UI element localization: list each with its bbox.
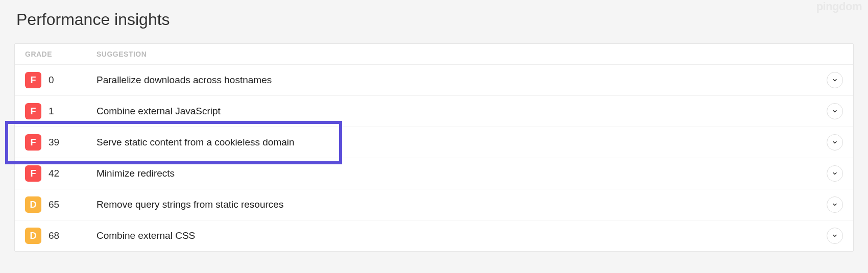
grade-cell: F0 — [25, 72, 97, 88]
insights-container: Performance insights GRADE SUGGESTION F0… — [0, 0, 868, 262]
grade-cell: D65 — [25, 196, 97, 213]
expand-button[interactable] — [827, 228, 843, 244]
table-row[interactable]: F0Parallelize downloads across hostnames — [15, 65, 853, 96]
grade-score: 0 — [49, 75, 54, 86]
table-row[interactable]: F1Combine external JavaScript — [15, 96, 853, 127]
grade-badge: F — [25, 72, 41, 88]
expand-button[interactable] — [827, 103, 843, 119]
grade-score: 68 — [49, 230, 59, 241]
grade-badge: D — [25, 196, 41, 213]
table-row[interactable]: F42Minimize redirects — [15, 158, 853, 189]
expand-button[interactable] — [827, 165, 843, 182]
chevron-down-icon — [832, 202, 838, 208]
chevron-down-icon — [832, 233, 838, 239]
expand-button[interactable] — [827, 134, 843, 151]
page-title: Performance insights — [14, 10, 854, 29]
suggestion-text: Serve static content from a cookieless d… — [97, 137, 827, 148]
expand-button[interactable] — [827, 72, 843, 88]
grade-cell: F1 — [25, 103, 97, 119]
watermark-text: pingdom — [816, 0, 862, 13]
grade-badge: F — [25, 134, 41, 151]
grade-cell: F39 — [25, 134, 97, 151]
table-row[interactable]: D68Combine external CSS — [15, 220, 853, 251]
grade-badge: F — [25, 165, 41, 182]
chevron-down-icon — [832, 108, 838, 114]
chevron-down-icon — [832, 139, 838, 145]
grade-badge: F — [25, 103, 41, 119]
chevron-down-icon — [832, 77, 838, 83]
suggestion-text: Combine external JavaScript — [97, 106, 827, 117]
grade-badge: D — [25, 228, 41, 244]
grade-score: 65 — [49, 199, 59, 210]
insights-table: GRADE SUGGESTION F0Parallelize downloads… — [14, 43, 854, 252]
grade-cell: F42 — [25, 165, 97, 182]
suggestion-text: Minimize redirects — [97, 168, 827, 179]
suggestion-text: Combine external CSS — [97, 230, 827, 241]
table-row[interactable]: D65Remove query strings from static reso… — [15, 189, 853, 220]
col-header-grade: GRADE — [25, 50, 97, 58]
expand-button[interactable] — [827, 196, 843, 213]
grade-score: 39 — [49, 137, 59, 148]
col-header-suggestion: SUGGESTION — [97, 50, 843, 58]
grade-score: 1 — [49, 106, 54, 117]
grade-score: 42 — [49, 168, 59, 179]
table-header: GRADE SUGGESTION — [15, 44, 853, 65]
suggestion-text: Remove query strings from static resourc… — [97, 199, 827, 210]
suggestion-text: Parallelize downloads across hostnames — [97, 75, 827, 86]
table-row[interactable]: F39Serve static content from a cookieles… — [15, 127, 853, 158]
grade-cell: D68 — [25, 228, 97, 244]
chevron-down-icon — [832, 170, 838, 177]
